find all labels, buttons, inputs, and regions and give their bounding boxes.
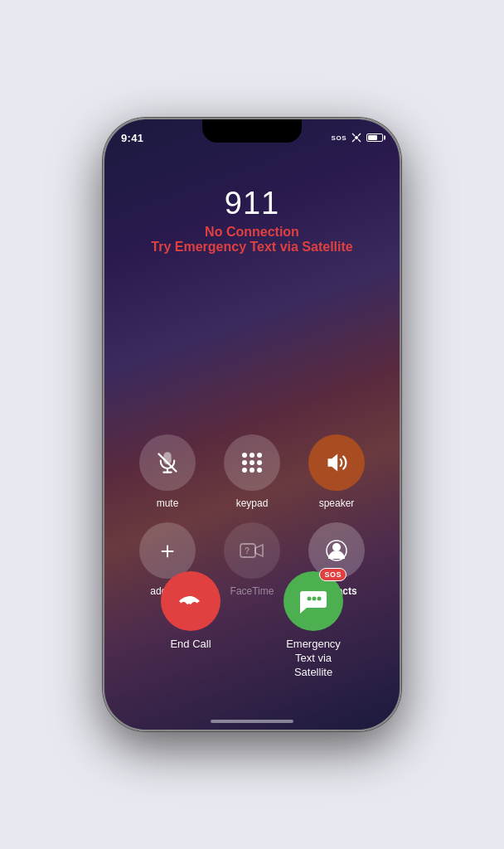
call-status-no-connection: No Connection xyxy=(205,225,299,240)
call-number: 911 xyxy=(225,186,279,221)
end-call-circle xyxy=(161,571,220,631)
sos-circle-wrap: SOS xyxy=(284,571,343,631)
plus-icon: ＋ xyxy=(156,539,179,562)
screen: 9:41 SOS 911 No Connection xyxy=(104,119,400,730)
svg-line-2 xyxy=(358,139,361,142)
svg-line-1 xyxy=(352,133,355,136)
status-icons: SOS xyxy=(332,133,383,143)
svg-line-4 xyxy=(352,139,355,142)
add-call-circle: ＋ xyxy=(139,522,196,579)
battery-icon xyxy=(366,133,383,142)
satellite-icon xyxy=(351,133,362,143)
mute-label: mute xyxy=(157,497,179,509)
svg-line-3 xyxy=(358,133,361,136)
sos-satellite-button[interactable]: SOS Emergency Text via Satellite xyxy=(284,571,343,680)
speaker-circle xyxy=(308,434,365,491)
svg-point-0 xyxy=(355,136,358,139)
keypad-icon xyxy=(242,453,262,473)
mic-slash-icon xyxy=(156,451,179,474)
svg-point-15 xyxy=(313,597,317,601)
notch xyxy=(202,119,302,143)
speaker-label: speaker xyxy=(319,497,355,509)
power-button[interactable] xyxy=(400,252,401,310)
end-call-label: End Call xyxy=(170,638,211,650)
facetime-circle: ? xyxy=(224,522,280,579)
call-status-emergency-text: Try Emergency Text via Satellite xyxy=(151,240,352,255)
call-content: 911 No Connection Try Emergency Text via… xyxy=(104,161,400,271)
sos-button-label: Emergency Text via Satellite xyxy=(286,638,341,680)
speaker-icon xyxy=(325,451,348,474)
sos-badge: SOS xyxy=(319,568,346,581)
svg-marker-8 xyxy=(328,454,338,472)
contacts-icon xyxy=(325,539,348,562)
svg-marker-10 xyxy=(255,545,263,556)
facetime-icon: ? xyxy=(240,541,264,560)
keypad-label: keypad xyxy=(236,497,269,509)
sos-label: SOS xyxy=(332,134,346,142)
svg-point-12 xyxy=(332,543,341,551)
bottom-actions: End Call SOS xyxy=(104,571,400,680)
speaker-button[interactable]: speaker xyxy=(298,434,375,509)
svg-point-16 xyxy=(317,597,322,601)
svg-text:?: ? xyxy=(245,546,250,555)
home-indicator[interactable] xyxy=(211,720,293,723)
end-call-button[interactable]: End Call xyxy=(161,571,220,650)
battery-fill xyxy=(368,135,377,140)
keypad-circle xyxy=(224,434,280,491)
phone-hang-up-icon xyxy=(177,587,205,615)
svg-point-14 xyxy=(308,597,312,601)
keypad-button[interactable]: keypad xyxy=(214,434,290,509)
message-satellite-icon xyxy=(298,586,328,616)
status-time: 9:41 xyxy=(121,132,143,144)
mute-button[interactable]: mute xyxy=(129,434,206,509)
phone-frame: 9:41 SOS 911 No Connection xyxy=(103,118,401,731)
mute-circle xyxy=(139,434,196,491)
